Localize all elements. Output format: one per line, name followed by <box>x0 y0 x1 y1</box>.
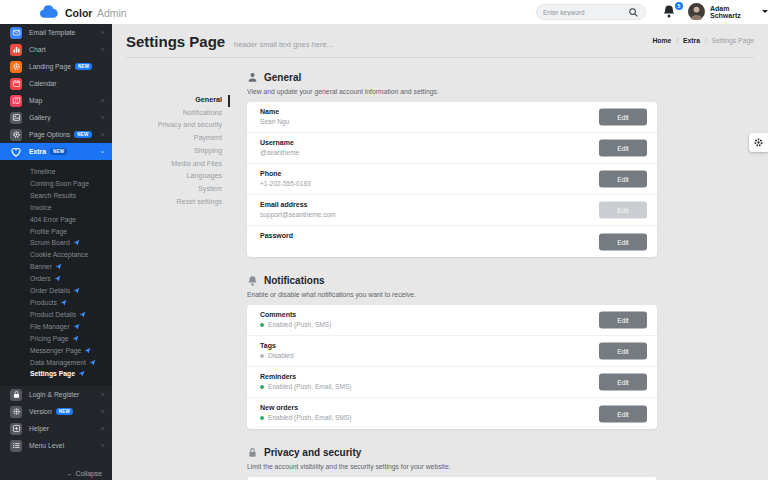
sidebar-item-helper[interactable]: Helper› <box>0 420 112 437</box>
status-dot-disabled <box>260 354 264 358</box>
settings-nav-system[interactable]: System <box>130 183 222 196</box>
general-row-username: Username@seanthemeEdit <box>247 133 657 164</box>
sidebar-menu: Email Template›Chart›Landing PageNEWCale… <box>0 24 112 160</box>
sidebar-subitem-coming-soon-page[interactable]: Coming Soon Page <box>0 178 112 190</box>
edit-comments-button[interactable]: Edit <box>599 312 647 329</box>
breadcrumb-extra[interactable]: Extra <box>683 37 700 44</box>
settings-nav-general[interactable]: General <box>130 94 222 107</box>
sidebar-item-extra[interactable]: ExtraNEW› <box>0 143 112 160</box>
row-label: Name <box>260 108 587 115</box>
edit-new-orders-button[interactable]: Edit <box>599 405 647 422</box>
edit-phone-button[interactable]: Edit <box>599 171 647 188</box>
settings-nav-shipping[interactable]: Shipping <box>130 145 222 158</box>
edit-reminders-button[interactable]: Edit <box>599 374 647 391</box>
chevron-right-icon: › <box>101 442 104 450</box>
sidebar-subitem-timeline[interactable]: Timeline <box>0 166 112 178</box>
sidebar-collapse-button[interactable]: ← Collapse <box>67 470 102 477</box>
settings-nav-payment[interactable]: Payment <box>130 132 222 145</box>
section-privacy: Privacy and security Limit the account v… <box>247 446 657 480</box>
sidebar-subitem-cookie-acceptance-banner[interactable]: Cookie Acceptance Banner <box>0 249 112 273</box>
edit-username-button[interactable]: Edit <box>599 140 647 157</box>
sidebar-item-label: Login & Register <box>29 391 79 398</box>
row-label: Tags <box>260 342 587 349</box>
main-content: Settings Page header small text goes her… <box>112 24 768 480</box>
general-row-password: PasswordEdit <box>247 226 657 257</box>
edit-password-button[interactable]: Edit <box>599 233 647 250</box>
collapse-label: Collapse <box>76 470 102 477</box>
notifications-bell-button[interactable]: 5 <box>662 4 680 22</box>
page-title: Settings Page <box>126 33 225 50</box>
sidebar-subitem-label: Data Management <box>30 359 86 366</box>
sidebar-subitem-label: Products <box>30 299 57 306</box>
sidebar-subitem-file-manager[interactable]: File Manager <box>0 321 112 333</box>
chevron-right-icon: › <box>101 114 104 122</box>
breadcrumb-home[interactable]: Home <box>652 37 671 44</box>
sidebar-subitem-products[interactable]: Products <box>0 297 112 309</box>
status-dot-enabled <box>260 323 264 327</box>
heart-icon <box>10 146 22 158</box>
settings-nav-privacy-and-security[interactable]: Privacy and security <box>130 119 222 132</box>
settings-nav-languages[interactable]: Languages <box>130 170 222 183</box>
sidebar-item-gallery[interactable]: Gallery› <box>0 109 112 126</box>
sidebar-subitem-settings-page[interactable]: Settings Page <box>0 368 112 380</box>
status-text: Disabled <box>268 352 294 359</box>
sidebar-subitem-label: Invoice <box>30 204 52 211</box>
sidebar-subitem-404-error-page[interactable]: 404 Error Page <box>0 214 112 226</box>
sidebar-subitem-data-management[interactable]: Data Management <box>0 357 112 369</box>
brand-light: Admin <box>97 7 127 19</box>
page-subtitle: header small text goes here... <box>234 40 333 49</box>
user-menu[interactable]: Adam Schwartz <box>688 3 768 20</box>
chevron-right-icon: › <box>101 391 104 399</box>
sidebar-subitem-scrum-board[interactable]: Scrum Board <box>0 237 112 249</box>
sidebar-item-landing-page[interactable]: Landing PageNEW <box>0 58 112 75</box>
sidebar-subitem-search-results[interactable]: Search Results <box>0 190 112 202</box>
chevron-right-icon: › <box>101 97 104 105</box>
sidebar-item-email-template[interactable]: Email Template› <box>0 24 112 41</box>
notification-row-reminders: RemindersEnabled (Push, Email, SMS)Edit <box>247 367 657 398</box>
general-card: NameSean NguEditUsername@seanthemeEditPh… <box>247 102 657 257</box>
general-row-phone: Phone+1-202-555-0183Edit <box>247 164 657 195</box>
sidebar-item-map[interactable]: Map› <box>0 92 112 109</box>
settings-nav-reset-settings[interactable]: Reset settings <box>130 196 222 209</box>
edit-name-button[interactable]: Edit <box>599 109 647 126</box>
theme-settings-button[interactable] <box>749 133 768 152</box>
edit-email-address-button[interactable]: Edit <box>599 202 647 219</box>
sidebar-subitem-invoice[interactable]: Invoice <box>0 202 112 214</box>
sidebar-subitem-pricing-page[interactable]: Pricing Page <box>0 333 112 345</box>
sidebar-subitem-label: Order Details <box>30 287 70 294</box>
sidebar-item-label: Extra <box>29 148 46 155</box>
sidebar-item-version[interactable]: VersionNEW› <box>0 403 112 420</box>
settings-nav-media-and-files[interactable]: Media and Files <box>130 158 222 171</box>
sidebar-item-calendar[interactable]: Calendar <box>0 75 112 92</box>
search-icon[interactable] <box>628 7 639 18</box>
sidebar-item-chart[interactable]: Chart› <box>0 41 112 58</box>
settings-content: General View and update your general acc… <box>247 71 657 480</box>
send-icon <box>73 287 80 294</box>
sidebar-subitem-order-details[interactable]: Order Details <box>0 285 112 297</box>
general-row-email-address: Email addresssupport@seantheme.comEdit <box>247 195 657 226</box>
breadcrumb-current: Settings Page <box>712 37 754 44</box>
sidebar-item-menu-level[interactable]: Menu Level› <box>0 437 112 454</box>
section-general: General View and update your general acc… <box>247 71 657 257</box>
section-privacy-header: Privacy and security <box>247 446 657 459</box>
chevron-right-icon: › <box>101 131 104 139</box>
status-text: Enabled (Push, Email, SMS) <box>268 383 352 390</box>
brand-logo[interactable]: Color Admin <box>0 3 127 21</box>
sidebar-subitem-product-details[interactable]: Product Details <box>0 309 112 321</box>
row-status: Disabled <box>260 352 587 359</box>
search-input[interactable] <box>543 9 628 16</box>
settings-nav-notifications[interactable]: Notifications <box>130 107 222 120</box>
sidebar-item-label: Version <box>29 408 52 415</box>
edit-tags-button[interactable]: Edit <box>599 343 647 360</box>
send-icon <box>84 347 91 354</box>
row-label: Phone <box>260 170 587 177</box>
sidebar-subitem-orders[interactable]: Orders <box>0 273 112 285</box>
search-box[interactable] <box>536 4 646 20</box>
person-icon <box>247 72 258 83</box>
new-badge: NEW <box>56 408 73 415</box>
sidebar-subitem-profile-page[interactable]: Profile Page <box>0 226 112 238</box>
sidebar-item-page-options[interactable]: Page OptionsNEW› <box>0 126 112 143</box>
sidebar-subitem-messenger-page[interactable]: Messenger Page <box>0 345 112 357</box>
bell-icon <box>247 275 258 287</box>
sidebar-item-login-register[interactable]: Login & Register› <box>0 386 112 403</box>
